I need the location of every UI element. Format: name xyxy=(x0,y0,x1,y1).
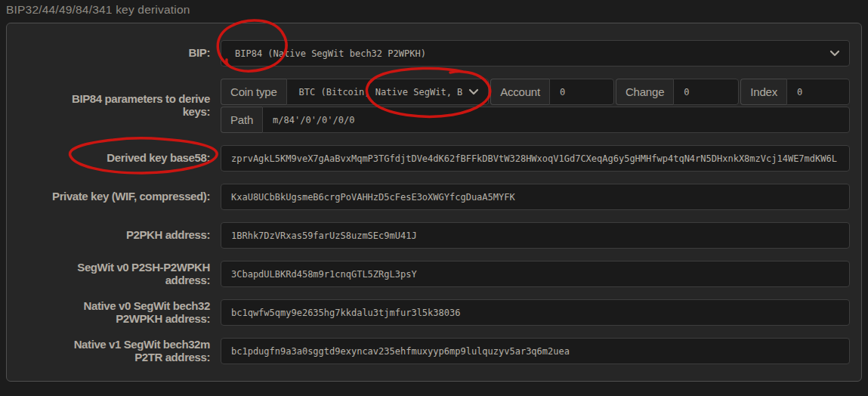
p2pkh-address-input[interactable] xyxy=(221,222,850,249)
p2wpkh-address-input[interactable] xyxy=(221,299,850,326)
account-input[interactable] xyxy=(549,79,614,105)
p2pkh-address-row: P2PKH address: xyxy=(48,222,850,249)
p2tr-address-label: Native v1 SegWit bech32m P2TR address: xyxy=(48,339,210,364)
bip-row: BIP: BIP84 (Native SegWit bech32 P2WPKH) xyxy=(48,40,850,67)
parameters-row: BIP84 parameters to derive keys: Coin ty… xyxy=(48,79,850,133)
private-key-label: Private key (WIF, compressed): xyxy=(48,190,210,203)
p2sh-p2wpkh-address-row: SegWit v0 P2SH-P2WPKH address: xyxy=(48,261,850,287)
p2pkh-address-label: P2PKH address: xyxy=(48,229,210,242)
p2tr-address-input[interactable] xyxy=(221,338,850,364)
bip-select-value: BIP84 (Native SegWit bech32 P2WPKH) xyxy=(221,48,829,59)
page-title: BIP32/44/49/84/341 key derivation xyxy=(6,3,190,17)
p2sh-p2wpkh-address-label: SegWit v0 P2SH-P2WPKH address: xyxy=(48,261,210,287)
change-label: Change xyxy=(616,79,673,105)
derived-key-input[interactable] xyxy=(221,145,850,172)
parameters-label: BIP84 parameters to derive keys: xyxy=(48,93,210,119)
bip-select[interactable]: BIP84 (Native SegWit bech32 P2WPKH) xyxy=(221,40,850,67)
path-input[interactable] xyxy=(262,107,850,133)
bip-label: BIP: xyxy=(48,47,210,60)
chevron-down-icon xyxy=(829,50,840,57)
index-input[interactable] xyxy=(786,79,850,105)
p2wpkh-address-row: Native v0 SegWit bech32 P2WPKH address: xyxy=(48,299,850,326)
p2tr-address-row: Native v1 SegWit bech32m P2TR address: xyxy=(48,338,850,364)
coin-type-select[interactable]: BTC (Bitcoin, Native SegWit, B xyxy=(286,79,490,105)
coin-type-label: Coin type xyxy=(221,79,286,105)
p2sh-p2wpkh-address-input[interactable] xyxy=(221,261,850,287)
private-key-row: Private key (WIF, compressed): xyxy=(48,184,850,210)
p2wpkh-address-label: Native v0 SegWit bech32 P2WPKH address: xyxy=(48,300,210,326)
index-label: Index xyxy=(740,79,786,105)
change-input[interactable] xyxy=(673,79,739,105)
derived-key-row: Derived key base58: xyxy=(48,145,850,172)
key-derivation-panel: BIP: BIP84 (Native SegWit bech32 P2WPKH)… xyxy=(6,23,862,382)
chevron-down-icon xyxy=(468,88,479,95)
derived-key-label: Derived key base58: xyxy=(48,152,210,165)
account-label: Account xyxy=(490,79,549,105)
path-label: Path xyxy=(221,107,262,133)
private-key-input[interactable] xyxy=(221,184,850,210)
coin-type-select-value: BTC (Bitcoin, Native SegWit, B xyxy=(287,87,469,97)
